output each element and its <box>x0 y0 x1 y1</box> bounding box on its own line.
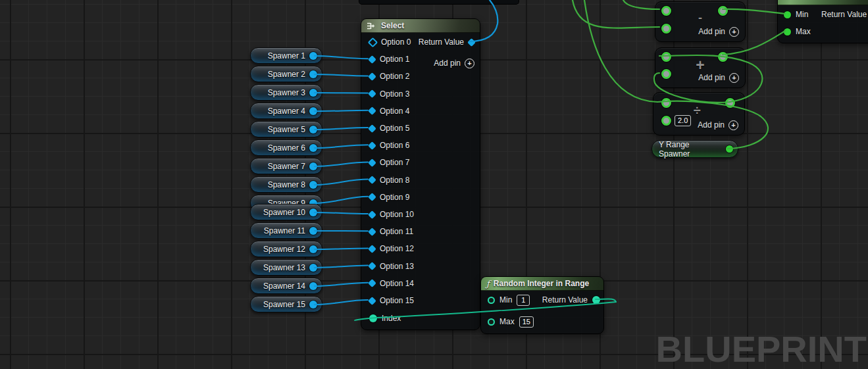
option-10-pin[interactable] <box>368 210 376 219</box>
subtract-node[interactable]: - Add pin + <box>655 1 746 42</box>
y-range-spawner-output-pin[interactable] <box>726 145 733 153</box>
spawner-variable-node-1[interactable]: Spawner 1 <box>250 47 322 64</box>
option-14-label: Option 14 <box>380 279 414 288</box>
spawner-output-pin[interactable] <box>309 107 317 115</box>
spawner-variable-node-12[interactable]: Spawner 12 <box>250 241 322 257</box>
spawner-output-pin[interactable] <box>309 144 317 152</box>
spawner-variable-node-13[interactable]: Spawner 13 <box>250 259 322 276</box>
add-input-a-pin[interactable] <box>661 52 671 62</box>
blueprint-graph-canvas[interactable]: BLUEPRINT Select Option 0Option 1Option … <box>0 0 868 369</box>
subtract-input-a-pin[interactable] <box>661 6 671 16</box>
divide-node[interactable]: ÷ 2.0 Add pin + <box>653 92 745 135</box>
y-range-spawner-variable-node[interactable]: Y Range Spawner <box>651 140 738 158</box>
random-min-pin[interactable] <box>488 297 495 304</box>
spawner-output-pin[interactable] <box>309 181 317 189</box>
spawner-variable-node-7[interactable]: Spawner 7 <box>250 158 322 174</box>
range-node-partial[interactable]: Min Max Return Value <box>777 0 868 43</box>
option-0-pin[interactable] <box>368 37 378 47</box>
random-min-input[interactable]: 1 <box>517 295 530 306</box>
option-0-label: Option 0 <box>381 37 411 47</box>
divide-output-pin[interactable] <box>725 98 735 108</box>
range-min-row: Min <box>784 9 808 20</box>
option-13-pin[interactable] <box>368 262 376 270</box>
divide-divisor-input[interactable]: 2.0 <box>675 115 691 126</box>
random-node-header[interactable]: ƒ Random Integer in Range <box>481 277 603 291</box>
select-option-row-1: Option 1 <box>369 54 409 64</box>
spawner-output-pin[interactable] <box>309 301 317 308</box>
spawner-variable-node-3[interactable]: Spawner 3 <box>250 84 322 101</box>
spawner-variable-node-8[interactable]: Spawner 8 <box>250 176 322 193</box>
option-8-pin[interactable] <box>368 176 376 184</box>
spawner-output-pin[interactable] <box>309 126 317 134</box>
subtract-output-pin[interactable] <box>718 6 728 16</box>
add-pin-plus-icon: + <box>465 59 474 68</box>
spawner-label: Spawner 8 <box>268 180 305 189</box>
divide-add-pin-label: Add pin <box>698 120 725 130</box>
option-7-pin[interactable] <box>368 159 376 167</box>
option-12-pin[interactable] <box>368 245 376 253</box>
range-min-pin[interactable] <box>784 11 791 18</box>
divide-operator-glyph: ÷ <box>694 103 701 118</box>
option-11-pin[interactable] <box>368 228 376 236</box>
option-14-pin[interactable] <box>368 279 376 287</box>
option-1-pin[interactable] <box>368 55 376 64</box>
spawner-output-pin[interactable] <box>309 89 317 97</box>
spawner-variable-node-10[interactable]: Spawner 10 <box>250 204 322 220</box>
add-node[interactable]: + Add pin + <box>655 47 746 88</box>
select-option-row-13: Option 13 <box>369 261 414 272</box>
select-add-pin-button[interactable]: Add pin + <box>434 58 474 68</box>
spawner-label: Spawner 3 <box>268 88 305 97</box>
random-max-label: Max <box>499 317 515 326</box>
option-2-label: Option 2 <box>380 72 409 81</box>
select-node-header[interactable]: Select <box>361 19 480 33</box>
spawner-label: Spawner 14 <box>263 282 305 291</box>
spawner-output-pin[interactable] <box>309 282 317 290</box>
range-max-row: Max <box>784 26 811 37</box>
range-node-header[interactable] <box>778 0 868 5</box>
option-9-pin[interactable] <box>368 193 376 201</box>
spawner-variable-node-14[interactable]: Spawner 14 <box>250 278 322 294</box>
add-output-pin[interactable] <box>718 52 728 62</box>
spawner-output-pin[interactable] <box>309 70 317 78</box>
select-option-row-14: Option 14 <box>369 278 414 289</box>
option-5-pin[interactable] <box>368 124 376 133</box>
spawner-output-pin[interactable] <box>309 264 317 272</box>
function-icon: ƒ <box>486 279 490 289</box>
select-option-row-0: Option 0 <box>369 37 411 47</box>
add-add-pin-button[interactable]: Add pin + <box>698 72 739 83</box>
add-input-b-pin[interactable] <box>661 69 671 79</box>
spawner-output-pin[interactable] <box>309 52 317 60</box>
spawner-output-pin[interactable] <box>309 245 317 253</box>
subtract-input-b-pin[interactable] <box>661 24 671 34</box>
spawner-variable-node-6[interactable]: Spawner 6 <box>250 139 322 156</box>
option-4-pin[interactable] <box>368 107 376 115</box>
spawner-output-pin[interactable] <box>309 227 317 235</box>
random-integer-in-range-node[interactable]: ƒ Random Integer in Range Min 1 Max 15 R… <box>480 276 604 334</box>
option-6-pin[interactable] <box>368 141 376 150</box>
random-max-input[interactable]: 15 <box>519 316 534 328</box>
subtract-add-pin-button[interactable]: Add pin + <box>698 26 739 37</box>
spawner-output-pin[interactable] <box>309 162 317 170</box>
spawner-variable-node-4[interactable]: Spawner 4 <box>250 103 322 119</box>
divide-input-a-pin[interactable] <box>661 98 671 108</box>
spawner-variable-node-2[interactable]: Spawner 2 <box>250 66 322 82</box>
select-index-pin[interactable] <box>369 314 377 322</box>
random-max-pin[interactable] <box>488 318 495 326</box>
random-min-label: Min <box>499 295 512 305</box>
select-option-row-2: Option 2 <box>369 71 409 82</box>
option-15-pin[interactable] <box>368 297 376 305</box>
spawner-output-pin[interactable] <box>309 209 317 216</box>
option-5-label: Option 5 <box>380 124 409 133</box>
option-3-pin[interactable] <box>368 89 376 98</box>
select-node[interactable]: Select Option 0Option 1Option 2Option 3O… <box>361 18 480 330</box>
select-return-pin[interactable] <box>467 38 476 47</box>
range-max-pin[interactable] <box>784 28 791 36</box>
spawner-variable-node-11[interactable]: Spawner 11 <box>250 222 322 239</box>
divide-input-b-pin[interactable] <box>661 116 671 126</box>
offscreen-node-edge[interactable] <box>359 0 519 5</box>
option-2-pin[interactable] <box>368 72 376 81</box>
spawner-variable-node-5[interactable]: Spawner 5 <box>250 121 322 137</box>
random-return-pin[interactable] <box>592 296 600 304</box>
spawner-variable-node-15[interactable]: Spawner 15 <box>250 296 322 312</box>
divide-add-pin-button[interactable]: Add pin + <box>698 120 738 130</box>
